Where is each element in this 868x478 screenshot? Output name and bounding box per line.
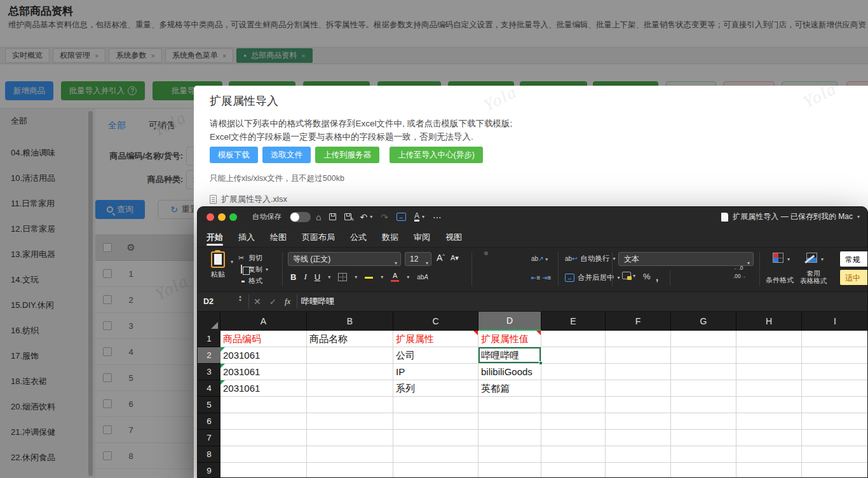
cell-style-normal[interactable]: 常规: [839, 251, 868, 267]
row-header-6[interactable]: 6: [198, 413, 220, 430]
upload-to-import-center-button[interactable]: 上传至导入中心(异步): [390, 147, 483, 163]
autosave-toggle[interactable]: [290, 212, 311, 222]
row-header-7[interactable]: 7: [198, 430, 220, 446]
decrease-font-icon[interactable]: A▾: [451, 254, 459, 262]
wrap-text-button[interactable]: ab↩ 自动换行▾: [565, 254, 616, 263]
row-header-3[interactable]: 3: [198, 364, 220, 380]
cancel-icon[interactable]: ✕: [254, 296, 261, 307]
cell-G9[interactable]: [671, 463, 736, 478]
cell-E8[interactable]: [541, 446, 606, 463]
comma-format-icon[interactable]: ,: [656, 272, 658, 282]
minimize-window-button[interactable]: [218, 213, 226, 221]
cell-D9[interactable]: [478, 463, 541, 478]
cell-I4[interactable]: [802, 380, 867, 397]
borders-icon[interactable]: [338, 273, 347, 281]
cell-A3[interactable]: 2031061: [220, 364, 307, 380]
name-box[interactable]: D2: [203, 297, 214, 306]
cell-C9[interactable]: [393, 463, 478, 478]
cell-F7[interactable]: [606, 430, 671, 446]
cell-B2[interactable]: [307, 347, 393, 364]
cell-C2[interactable]: 公司: [393, 347, 478, 364]
fill-handle[interactable]: [539, 361, 543, 365]
cell-D1[interactable]: 扩展属性值: [478, 331, 541, 347]
cell-C3[interactable]: IP: [393, 364, 478, 380]
cell-H1[interactable]: [736, 331, 802, 347]
increase-font-icon[interactable]: A^: [437, 253, 445, 263]
cell-A8[interactable]: [220, 446, 307, 463]
cell-G1[interactable]: [671, 331, 736, 347]
cell-I3[interactable]: [802, 364, 867, 380]
fill-color-icon[interactable]: [365, 276, 373, 279]
cell-A7[interactable]: [220, 430, 307, 446]
row-header-2[interactable]: 2: [198, 347, 220, 364]
cell-H7[interactable]: [736, 430, 802, 446]
column-header-E[interactable]: E: [541, 312, 606, 331]
cell-B3[interactable]: [307, 364, 393, 380]
font-size-select[interactable]: 12▾: [405, 252, 431, 266]
ribbon-tab-绘图[interactable]: 绘图: [270, 227, 287, 248]
cell-I6[interactable]: [802, 413, 867, 430]
upload-to-server-button[interactable]: 上传到服务器: [315, 147, 379, 163]
cell-H4[interactable]: [736, 380, 802, 397]
cell-I2[interactable]: [802, 347, 867, 364]
cell-H5[interactable]: [736, 397, 802, 413]
column-header-G[interactable]: G: [671, 312, 736, 331]
column-header-C[interactable]: C: [393, 312, 478, 331]
cell-F6[interactable]: [606, 413, 671, 430]
cell-A6[interactable]: [220, 413, 307, 430]
cell-H9[interactable]: [736, 463, 802, 478]
cell-C8[interactable]: [393, 446, 478, 463]
save-as-icon[interactable]: [344, 213, 351, 220]
cell-E4[interactable]: [541, 380, 606, 397]
cell-D8[interactable]: [478, 446, 541, 463]
cell-E6[interactable]: [541, 413, 606, 430]
cell-G8[interactable]: [671, 446, 736, 463]
cell-G6[interactable]: [671, 413, 736, 430]
cell-D2[interactable]: 哔哩哔哩: [478, 347, 541, 364]
indent-icons[interactable]: ⇤≡ ⇥≡: [531, 274, 551, 281]
cell-D3[interactable]: bilibiliGoods: [478, 364, 541, 380]
column-header-F[interactable]: F: [606, 312, 671, 331]
paste-button[interactable]: ▾ 粘贴: [204, 251, 232, 279]
chevron-down-icon[interactable]: ▾: [857, 214, 860, 220]
cell-G5[interactable]: [671, 397, 736, 413]
font-color-icon[interactable]: A: [414, 213, 419, 222]
ribbon-tab-公式[interactable]: 公式: [350, 227, 367, 248]
orientation-icon[interactable]: ab↗ ▾: [531, 255, 548, 262]
align-right-icon[interactable]: [489, 272, 493, 276]
format-painter-button[interactable]: 格式: [237, 275, 268, 286]
conditional-format-icon[interactable]: [773, 253, 783, 263]
row-header-8[interactable]: 8: [198, 446, 220, 463]
insert-function-icon[interactable]: fx: [285, 297, 290, 307]
cell-B4[interactable]: [307, 380, 393, 397]
cell-I9[interactable]: [802, 463, 867, 478]
ribbon-tab-视图[interactable]: 视图: [445, 227, 462, 248]
cut-button[interactable]: ✂ 剪切: [237, 252, 268, 263]
cell-H3[interactable]: [736, 364, 802, 380]
cell-E1[interactable]: [541, 331, 606, 347]
cell-E2[interactable]: [541, 347, 606, 364]
formula-input[interactable]: 哔哩哔哩: [301, 296, 334, 307]
cell-G7[interactable]: [671, 430, 736, 446]
uploaded-file-item[interactable]: 扩展属性导入.xlsx: [210, 194, 287, 205]
font-name-select[interactable]: 等线 (正文)▾: [288, 252, 401, 266]
cell-F2[interactable]: [606, 347, 671, 364]
align-top-icon[interactable]: [479, 251, 483, 255]
close-window-button[interactable]: [207, 213, 214, 221]
cell-E7[interactable]: [541, 430, 606, 446]
cell-B8[interactable]: [307, 446, 393, 463]
cell-style-neutral[interactable]: 适中: [839, 269, 868, 286]
cell-E9[interactable]: [541, 463, 606, 478]
bold-button[interactable]: B: [290, 272, 296, 282]
cell-A5[interactable]: [220, 397, 307, 413]
touch-mode-icon[interactable]: ↔: [397, 213, 406, 221]
italic-button[interactable]: I: [304, 272, 306, 282]
ribbon-tab-页面布局[interactable]: 页面布局: [302, 227, 335, 248]
percent-format-icon[interactable]: %: [643, 272, 651, 281]
cell-F4[interactable]: [606, 380, 671, 397]
enter-icon[interactable]: ✓: [269, 297, 276, 307]
accounting-format-icon[interactable]: ▾: [622, 272, 635, 279]
cell-B6[interactable]: [307, 413, 393, 430]
cell-A9[interactable]: [220, 463, 307, 478]
ribbon-tab-插入[interactable]: 插入: [238, 227, 255, 248]
